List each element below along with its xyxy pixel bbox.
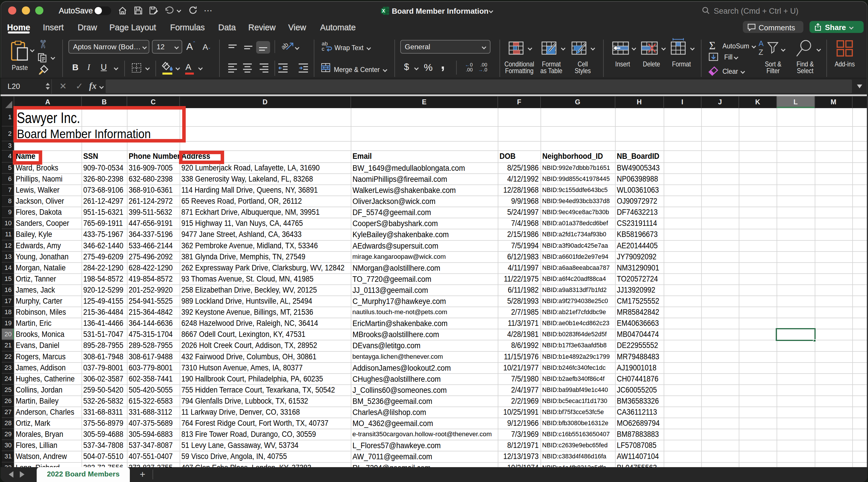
svg-text:X: X xyxy=(382,8,385,13)
